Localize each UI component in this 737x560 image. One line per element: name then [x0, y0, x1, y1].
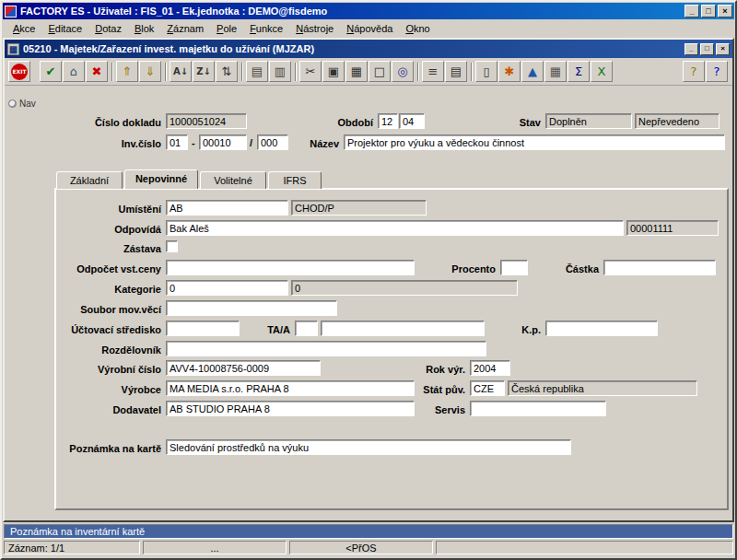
tab-ifrs[interactable]: IFRS: [268, 171, 322, 189]
odpovida-field[interactable]: Bak Aleš: [166, 220, 624, 236]
menu-okno[interactable]: Okno: [399, 21, 436, 36]
status-message-bar: Poznámka na inventární kartě: [4, 524, 733, 539]
servis-label: Servis: [419, 403, 465, 416]
close-button[interactable]: ×: [718, 5, 732, 18]
menu-akce[interactable]: Akce: [6, 21, 41, 36]
nav-item[interactable]: Nav: [8, 99, 36, 109]
uctovaci-field[interactable]: [166, 321, 240, 336]
servis-field[interactable]: [470, 401, 606, 416]
sum-button[interactable]: Σ: [567, 61, 590, 82]
stat-puv-field[interactable]: CZE: [470, 380, 505, 396]
poznamka-label: Poznámka na kartě: [60, 442, 161, 455]
menu-zaznam[interactable]: Záznam: [160, 21, 210, 36]
chart-button[interactable]: ▲: [521, 61, 544, 82]
excel-button[interactable]: X: [591, 61, 613, 82]
odpovida-label: Odpovídá: [60, 223, 161, 236]
tools-button[interactable]: ✱: [498, 61, 521, 82]
form-close-button[interactable]: ×: [716, 43, 730, 55]
menu-bar: Akce Editace Dotaz Blok Záznam Pole Funk…: [3, 19, 734, 38]
sort-desc-button[interactable]: Z↓: [193, 61, 215, 82]
umisteni-popis-field: CHOD/P: [291, 200, 427, 216]
window-list-button[interactable]: □: [368, 61, 391, 82]
rok-vyr-label: Rok výr.: [415, 363, 465, 376]
odpocet-label: Odpočet vst.ceny: [60, 262, 161, 275]
next-block-button[interactable]: ⇓: [139, 61, 161, 82]
taa-1-field[interactable]: [295, 321, 318, 336]
find-button[interactable]: ◎: [392, 61, 414, 82]
dodavatel-field[interactable]: AB STUDIO PRAHA 8: [166, 401, 415, 416]
umisteni-field[interactable]: AB: [166, 200, 288, 216]
toolbar-separator: [241, 63, 243, 81]
obdobi-rok-field[interactable]: 04: [399, 113, 425, 129]
sort-button[interactable]: ⇅: [216, 61, 238, 82]
kategorie-field[interactable]: 0: [166, 280, 288, 296]
tab-nepovinne[interactable]: Nepovinné: [124, 169, 198, 189]
poznamka-field[interactable]: Sledování prostředků na výuku: [166, 439, 571, 455]
tab-zakladni[interactable]: Základní: [56, 171, 123, 189]
status-message: Poznámka na inventární kartě: [10, 526, 145, 537]
odpocet-field[interactable]: [166, 260, 415, 275]
form-minimize-button[interactable]: _: [684, 43, 698, 55]
vyrobce-field[interactable]: MA MEDIA s.r.o. PRAHA 8: [166, 380, 415, 396]
kategorie-popis-field: 0: [291, 280, 518, 296]
nazev-field[interactable]: Projektor pro výuku a vědeckou činnost: [344, 134, 725, 150]
inv-cislo-2-field[interactable]: 00010: [199, 134, 247, 150]
toolbar-separator: [111, 63, 113, 81]
menu-dotaz[interactable]: Dotaz: [88, 21, 128, 36]
taa-2-field[interactable]: [321, 321, 485, 336]
inv-cislo-1-field[interactable]: 01: [166, 134, 188, 150]
save-button[interactable]: ✔: [40, 61, 62, 82]
vyrobce-label: Výrobce: [60, 383, 161, 396]
form-maximize-button[interactable]: □: [700, 43, 714, 55]
taa-label: TA/A: [253, 323, 290, 336]
menu-nastroje[interactable]: Nástroje: [289, 21, 340, 36]
tab-volitelne[interactable]: Volitelné: [200, 171, 266, 189]
uctovaci-label: Účtovací středisko: [60, 323, 161, 336]
form-content: Nav Číslo dokladu 1000051024 Období 12 0…: [5, 86, 732, 520]
paste-button[interactable]: ▦: [345, 61, 368, 82]
mode-indicator: <PřOS: [289, 541, 433, 554]
minimize-button[interactable]: _: [684, 5, 699, 18]
stav-label: Stav: [500, 116, 541, 129]
zastava-checkbox[interactable]: [166, 240, 178, 252]
key-help-button[interactable]: ?: [683, 61, 705, 82]
rollback-button[interactable]: ⌂: [63, 61, 85, 82]
print-button[interactable]: ▤: [246, 61, 268, 82]
clear-button[interactable]: ✖: [86, 61, 108, 82]
list-of-values-button[interactable]: ≡: [422, 61, 444, 82]
menu-editace[interactable]: Editace: [41, 21, 88, 36]
detail-button[interactable]: ▤: [445, 61, 467, 82]
soubor-field[interactable]: [166, 300, 337, 316]
sort-asc-button[interactable]: A↓: [170, 61, 192, 82]
copy-button[interactable]: ▣: [322, 61, 345, 82]
obdobi-label: Období: [316, 116, 373, 129]
form-window-titlebar: ▦ 05210 - Majetek/Zařazení invest. majet…: [5, 40, 732, 58]
nav-icon: [8, 99, 17, 108]
menu-pole[interactable]: Pole: [210, 21, 243, 36]
exit-button[interactable]: EXIT: [8, 61, 30, 82]
menu-funkce[interactable]: Funkce: [243, 21, 289, 36]
castka-field[interactable]: [603, 260, 716, 275]
maximize-button[interactable]: □: [701, 5, 716, 18]
stav2-field: Nepřevedeno: [635, 113, 719, 129]
vyrobni-cislo-field[interactable]: AVV4-10008756-0009: [166, 360, 321, 376]
rok-vyr-field[interactable]: 2004: [470, 360, 510, 376]
calendar-button[interactable]: ▦: [544, 61, 567, 82]
kp-label: K.p.: [507, 323, 541, 336]
procento-field[interactable]: [500, 260, 528, 275]
kp-field[interactable]: [545, 321, 658, 336]
help-button[interactable]: ?: [706, 61, 728, 82]
inv-cislo-3-field[interactable]: 000: [257, 134, 288, 150]
menu-blok[interactable]: Blok: [128, 21, 160, 36]
application-window: FACTORY ES - Uživatel : FIS_01 - Ek.jedn…: [0, 0, 737, 560]
cut-button[interactable]: ✂: [299, 61, 322, 82]
clipboard-button[interactable]: ▯: [475, 61, 497, 82]
toolbar: EXIT ✔ ⌂ ✖ ⇑ ⇓ A↓ Z↓ ⇅ ▤ ▥ ✂ ▣ ▦ □ ◎ ≡ ▤…: [5, 58, 732, 86]
previous-block-button[interactable]: ⇑: [116, 61, 138, 82]
menu-napoveda[interactable]: Nápověda: [340, 21, 399, 36]
print-preview-button[interactable]: ▥: [269, 61, 291, 82]
rozdelovnik-field[interactable]: [166, 341, 486, 356]
obdobi-mesic-field[interactable]: 12: [378, 113, 398, 129]
app-icon: [5, 6, 17, 18]
castka-label: Částka: [553, 262, 599, 275]
